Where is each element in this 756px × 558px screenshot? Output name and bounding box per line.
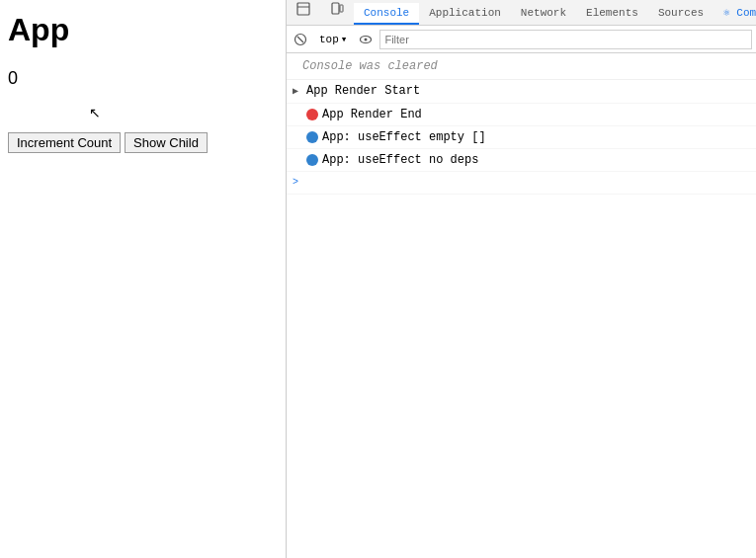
devtools-panel: Console Application Network Elements Sou… — [287, 0, 756, 558]
svg-rect-0 — [297, 3, 309, 15]
tab-components[interactable]: ⚛ Components — [714, 2, 756, 25]
console-row: App: useEffect empty [] — [287, 126, 756, 149]
button-row: Increment Count Show Child — [8, 132, 278, 153]
console-message-text: App: useEffect empty [] — [322, 129, 756, 145]
count-display: 0 — [8, 68, 278, 89]
svg-line-5 — [297, 37, 303, 42]
info-circle-icon — [306, 154, 318, 166]
svg-rect-3 — [340, 5, 343, 12]
console-row: App Render End — [287, 104, 756, 126]
context-select-arrow: ▾ — [341, 33, 348, 45]
svg-point-7 — [365, 38, 368, 40]
console-expand-row: > — [287, 172, 756, 195]
increment-count-button[interactable]: Increment Count — [8, 132, 121, 153]
devtools-icon-inspect[interactable] — [287, 0, 320, 25]
console-row: ▶ App Render Start — [287, 80, 756, 104]
context-select-label: top — [319, 34, 339, 45]
console-row: App: useEffect no deps — [287, 149, 756, 172]
info-circle-icon — [306, 131, 318, 143]
devtools-icon-device[interactable] — [320, 0, 354, 25]
cursor-icon: ↖ — [89, 105, 101, 120]
expand-right-icon[interactable]: > — [293, 175, 304, 191]
tab-elements[interactable]: Elements — [576, 3, 648, 25]
console-message-text: App: useEffect no deps — [322, 152, 756, 168]
context-select[interactable]: top ▾ — [314, 30, 352, 48]
tab-console[interactable]: Console — [354, 3, 419, 25]
tab-network[interactable]: Network — [511, 3, 576, 25]
svg-rect-2 — [332, 3, 339, 14]
cursor-area: ↖ — [8, 105, 278, 124]
app-title: App — [8, 12, 278, 48]
tab-sources[interactable]: Sources — [648, 3, 714, 25]
expand-arrow-icon[interactable]: ▶ — [293, 84, 302, 100]
clear-console-icon[interactable] — [293, 32, 308, 47]
console-message-text: App Render End — [322, 107, 756, 122]
tab-application[interactable]: Application — [419, 3, 511, 25]
devtools-tabs: Console Application Network Elements Sou… — [287, 0, 756, 26]
console-cleared-message: Console was cleared — [287, 53, 756, 80]
eye-icon[interactable] — [358, 32, 374, 47]
filter-input[interactable] — [379, 30, 751, 49]
error-circle-icon — [306, 109, 318, 120]
console-toolbar: top ▾ Custom — [287, 26, 756, 53]
console-messages: Console was cleared ▶ App Render Start A… — [287, 53, 756, 558]
console-message-text: App Render Start — [306, 83, 756, 99]
show-child-button[interactable]: Show Child — [125, 132, 208, 153]
app-panel: App 0 ↖ Increment Count Show Child — [0, 0, 287, 558]
